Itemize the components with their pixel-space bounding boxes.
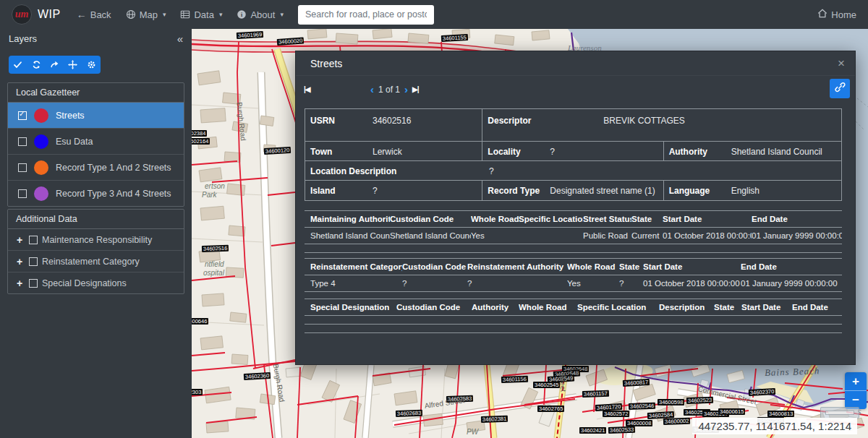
cell: Shetland Island Council: [305, 228, 390, 244]
cell: Public Road: [583, 228, 631, 244]
sidebar-item-record-type-1-2[interactable]: Record Type 1 And 2 Streets: [8, 155, 184, 181]
zoom-in-button[interactable]: +: [845, 372, 867, 391]
column-header: Whole Road: [567, 259, 619, 275]
sidebar-item-streets[interactable]: Streets: [8, 103, 184, 129]
sidebar-item-record-type-3-4[interactable]: Record Type 3 And 4 Streets: [8, 181, 184, 206]
local-gazetteer-panel: Local Gazetteer Streets Esu Data Record …: [7, 82, 184, 207]
data-menu[interactable]: Data ▾: [180, 9, 222, 20]
record-pagination: |◀ ‹ 1 of 1 › ▶|: [296, 76, 855, 103]
cell: 01 October 2018 00:00:00: [643, 275, 741, 292]
cell: 01 January 9999 00:00:00: [752, 228, 842, 244]
field-label: Authority: [669, 147, 731, 157]
field-value: ?: [489, 166, 494, 176]
next-page-button[interactable]: ›: [404, 83, 408, 95]
map-scalebar: [820, 407, 859, 418]
layer-checkbox[interactable]: [18, 111, 27, 120]
layer-checkbox[interactable]: [29, 236, 38, 244]
sidebar-item-reinstatement-category[interactable]: + Reinstatement Category: [8, 251, 184, 272]
layer-checkbox[interactable]: [29, 279, 38, 288]
previous-page-button[interactable]: ‹: [370, 83, 374, 95]
home-icon: [817, 9, 827, 20]
cell: Yes: [567, 275, 619, 292]
map-menu-label: Map: [140, 9, 158, 20]
first-page-button[interactable]: |◀: [304, 85, 366, 93]
field-label: USRN: [310, 116, 373, 126]
table-row: Type 4 ? ? Yes ? 01 October 2018 00:00:0…: [305, 275, 842, 292]
field-value: 34602516: [373, 116, 411, 126]
layer-label: Streets: [56, 111, 85, 121]
layer-checkbox[interactable]: [18, 163, 27, 172]
maintenance-table: Maintaining Authority Custodian Code Who…: [305, 210, 842, 253]
chevron-down-icon: ▾: [219, 11, 223, 18]
collapse-sidebar-icon[interactable]: «: [177, 33, 183, 45]
expand-plus-icon[interactable]: +: [17, 278, 25, 288]
column-header: Custodian Code: [390, 211, 471, 228]
table-row: [305, 316, 842, 325]
link-record-button[interactable]: [830, 79, 850, 98]
column-header: State: [714, 299, 741, 316]
logo-icon: um: [12, 4, 32, 25]
layer-color-dot: [34, 108, 48, 123]
last-page-button[interactable]: ▶|: [412, 85, 475, 93]
share-button[interactable]: [46, 56, 64, 74]
back-label: Back: [90, 9, 111, 20]
about-menu[interactable]: i About ▾: [237, 9, 284, 20]
column-header: Special Designation: [305, 299, 396, 316]
column-header: Start Date: [741, 299, 792, 316]
sidebar-item-special-designations[interactable]: + Special Designations: [8, 272, 184, 293]
field-value: ?: [550, 147, 555, 157]
cell: ?: [402, 275, 467, 292]
back-button[interactable]: ← Back: [77, 9, 111, 20]
chevron-down-icon: ▾: [163, 11, 166, 18]
settings-button[interactable]: [82, 56, 101, 74]
close-icon[interactable]: ×: [838, 57, 845, 69]
expand-plus-icon[interactable]: +: [17, 257, 25, 267]
cell: Current: [631, 228, 663, 244]
column-header: Custodian Code: [402, 259, 467, 275]
cell: Shetland Island Council: [390, 228, 471, 244]
top-navbar: um WIP ← Back Map ▾ Data ▾ i About ▾ Hom…: [0, 0, 868, 29]
column-header: End Date: [741, 259, 842, 275]
home-label: Home: [831, 9, 856, 20]
home-button[interactable]: Home: [817, 9, 856, 20]
globe-icon: [126, 9, 136, 20]
field-label: Descriptor: [488, 116, 603, 126]
refresh-button[interactable]: [27, 56, 45, 74]
map-menu[interactable]: Map ▾: [126, 9, 166, 20]
cell: Yes: [471, 228, 519, 244]
column-header: Whole Road: [519, 299, 577, 316]
layer-checkbox[interactable]: [18, 189, 27, 198]
column-header: End Date: [752, 211, 842, 228]
layer-checkbox[interactable]: [18, 137, 27, 146]
expand-plus-icon[interactable]: +: [17, 235, 25, 245]
additional-data-panel: Additional Data + Maintenance Responsibi…: [7, 209, 184, 294]
app-logo[interactable]: um WIP: [12, 4, 61, 25]
info-icon: i: [237, 9, 247, 20]
field-label: Language: [669, 186, 731, 196]
column-header: Reinstatement Category: [305, 259, 402, 275]
apply-button[interactable]: [9, 56, 27, 74]
cell: [519, 228, 583, 244]
table-row: [305, 325, 842, 333]
field-label: Location Description: [310, 166, 489, 176]
layer-label: Record Type 1 And 2 Streets: [56, 163, 171, 173]
column-header: Specific Location: [519, 211, 583, 228]
layer-color-dot: [34, 186, 48, 201]
table-icon: [180, 9, 190, 20]
cell: ?: [619, 275, 643, 292]
pan-button[interactable]: [64, 56, 82, 74]
column-header: Specific Location: [577, 299, 659, 316]
layer-label: Maintenance Responsibility: [42, 235, 152, 245]
map-zoom-control: + −: [845, 372, 867, 409]
streets-dialog: Streets × |◀ ‹ 1 of 1 › ▶| USRN34602516 …: [295, 51, 856, 365]
column-header: Street Status: [583, 211, 631, 228]
layer-checkbox[interactable]: [29, 257, 38, 266]
search-input[interactable]: [298, 5, 434, 25]
field-value: BREVIK COTTAGES: [603, 116, 684, 126]
sidebar-item-maintenance-responsibility[interactable]: + Maintenance Responsibility: [8, 229, 184, 251]
reinstatement-table: Reinstatement Category Custodian Code Re…: [305, 258, 842, 292]
column-header: Custodian Code: [396, 299, 472, 316]
sidebar-item-esu-data[interactable]: Esu Data: [8, 129, 184, 155]
cell: 01 January 9999 00:00:00: [741, 275, 842, 292]
chevron-down-icon: ▾: [280, 11, 284, 18]
